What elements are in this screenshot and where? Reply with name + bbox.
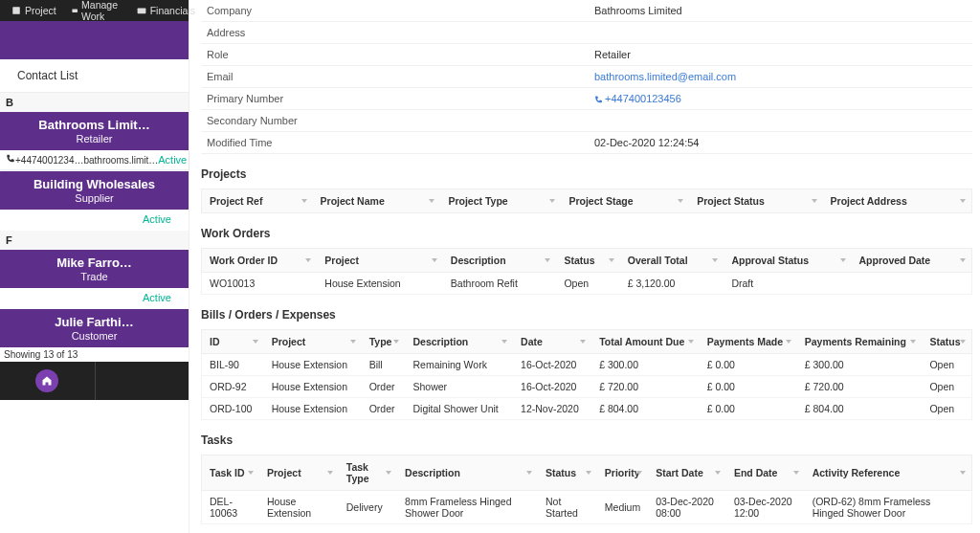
nav-project[interactable]: Project	[4, 5, 64, 16]
cell-project: House Extension	[264, 376, 362, 398]
table-row[interactable]: WO10013House ExtensionBathroom RefitOpen…	[201, 273, 972, 295]
table-row[interactable]: ORD-100House ExtensionOrderDigital Showe…	[201, 398, 972, 420]
cell-project: House Extension	[317, 273, 443, 295]
cell-type: Order	[362, 398, 406, 420]
col-project-ref[interactable]: Project Ref	[201, 189, 313, 213]
label-role: Role	[201, 44, 589, 66]
col-wo-project[interactable]: Project	[317, 248, 443, 273]
label-secondary-number: Secondary Number	[201, 110, 589, 132]
col-wo-approved[interactable]: Approved Date	[852, 248, 972, 273]
col-project-stage[interactable]: Project Stage	[561, 189, 689, 213]
contact-title: Julie Farthi…	[4, 315, 185, 329]
contact-card-building-wholesales[interactable]: Building Wholesales Supplier	[0, 171, 189, 210]
col-boe-id[interactable]: ID	[201, 329, 264, 354]
section-projects: Projects	[201, 167, 972, 181]
col-task-type[interactable]: Task Type	[339, 455, 397, 491]
svg-rect-0	[12, 7, 20, 14]
contact-card-bathrooms[interactable]: Bathrooms Limit… Retailer	[0, 112, 189, 150]
col-boe-status[interactable]: Status	[922, 329, 972, 354]
cell-project: House Extension	[264, 354, 362, 376]
top-nav: Project Manage Work Financials	[0, 0, 189, 21]
home-button[interactable]	[0, 362, 95, 400]
col-project-name[interactable]: Project Name	[313, 189, 441, 213]
label-primary-number: Primary Number	[201, 88, 589, 110]
col-boe-paid[interactable]: Payments Made	[700, 329, 797, 354]
svg-rect-1	[72, 9, 78, 12]
contact-list-heading[interactable]: Contact List	[0, 59, 189, 93]
contact-status-row: Active	[0, 210, 189, 229]
col-wo-approval[interactable]: Approval Status	[724, 248, 851, 273]
tasks-table: Task ID Project Task Type Description St…	[201, 455, 972, 524]
home-icon	[41, 375, 53, 387]
col-wo-desc[interactable]: Description	[443, 248, 557, 273]
table-row[interactable]: ORD-92House ExtensionOrderShower16-Oct-2…	[201, 376, 972, 398]
showing-count: Showing 13 of 13	[0, 347, 189, 362]
cell-paid: £ 0.00	[700, 354, 797, 376]
col-boe-project[interactable]: Project	[264, 329, 362, 354]
col-boe-due[interactable]: Total Amount Due	[591, 329, 700, 354]
col-task-priority[interactable]: Priority	[597, 455, 648, 491]
cell-project: House Extension	[264, 398, 362, 420]
value-modified-time: 02-Dec-2020 12:24:54	[589, 132, 972, 154]
cell-total: £ 3,120.00	[620, 273, 724, 295]
boe-table: ID Project Type Description Date Total A…	[201, 329, 972, 420]
col-task-project[interactable]: Project	[259, 455, 339, 491]
col-project-status[interactable]: Project Status	[689, 189, 822, 213]
cell-id: ORD-92	[201, 376, 264, 398]
contact-title: Building Wholesales	[4, 177, 185, 191]
cell-desc: Shower	[405, 376, 513, 398]
contact-card-detail-row[interactable]: +4474001234… bathrooms.limit… Active	[0, 150, 189, 169]
col-task-start[interactable]: Start Date	[648, 455, 726, 491]
cell-id: BIL-90	[201, 354, 264, 376]
projects-table: Project Ref Project Name Project Type Pr…	[201, 189, 972, 213]
cell-id: DEL-10063	[201, 491, 259, 524]
col-boe-type[interactable]: Type	[362, 329, 406, 354]
col-task-end[interactable]: End Date	[726, 455, 805, 491]
value-primary-number[interactable]: +447400123456	[594, 93, 681, 104]
cell-type: Delivery	[339, 491, 397, 524]
nav-manage-work[interactable]: Manage Work	[64, 0, 129, 22]
footer-slot	[95, 362, 189, 400]
col-boe-date[interactable]: Date	[513, 329, 591, 354]
contact-phone: +4474001234…	[15, 155, 83, 166]
cell-status: Open	[922, 398, 972, 420]
cell-status: Open	[556, 273, 619, 295]
value-email[interactable]: bathrooms.limited@email.com	[594, 71, 736, 82]
table-row[interactable]: DEL-10063House ExtensionDelivery8mm Fram…	[201, 491, 972, 524]
phone-icon	[6, 154, 15, 166]
col-boe-remain[interactable]: Payments Remaining	[797, 329, 923, 354]
contact-role: Supplier	[4, 192, 185, 204]
cell-remain: £ 300.00	[797, 354, 923, 376]
section-tasks: Tasks	[201, 433, 972, 447]
label-modified-time: Modified Time	[201, 132, 589, 154]
main-content: CompanyBathrooms Limited Address RoleRet…	[189, 0, 980, 533]
col-task-status[interactable]: Status	[538, 455, 597, 491]
col-task-desc[interactable]: Description	[397, 455, 538, 491]
contact-title: Mike Farro…	[4, 255, 185, 270]
col-wo-id[interactable]: Work Order ID	[201, 248, 317, 273]
label-email: Email	[201, 66, 589, 88]
cell-priority: Medium	[597, 491, 648, 524]
contact-role: Customer	[4, 330, 185, 342]
work-orders-table: Work Order ID Project Description Status…	[201, 248, 972, 295]
cell-due: £ 720.00	[591, 376, 700, 398]
alpha-divider-b: B	[0, 93, 189, 112]
contact-status-row: Active	[0, 288, 189, 307]
section-boe: Bills / Orders / Expenses	[201, 308, 972, 322]
col-project-type[interactable]: Project Type	[440, 189, 561, 213]
col-task-id[interactable]: Task ID	[201, 455, 259, 491]
contact-card-mike-farro[interactable]: Mike Farro… Trade	[0, 250, 189, 288]
table-row[interactable]: BIL-90House ExtensionBillRemaining Work1…	[201, 354, 972, 376]
contact-card-julie-farthi[interactable]: Julie Farthi… Customer	[0, 309, 189, 347]
col-wo-status[interactable]: Status	[556, 248, 619, 273]
details-table: CompanyBathrooms Limited Address RoleRet…	[201, 0, 972, 154]
col-project-address[interactable]: Project Address	[823, 189, 972, 213]
col-boe-desc[interactable]: Description	[405, 329, 513, 354]
cell-remain: £ 804.00	[797, 398, 923, 420]
value-address	[589, 22, 972, 44]
cell-end: 03-Dec-2020 12:00	[726, 491, 805, 524]
cell-desc: Remaining Work	[405, 354, 513, 376]
value-company: Bathrooms Limited	[589, 0, 972, 22]
col-task-ref[interactable]: Activity Reference	[805, 455, 972, 491]
col-wo-total[interactable]: Overall Total	[620, 248, 724, 273]
